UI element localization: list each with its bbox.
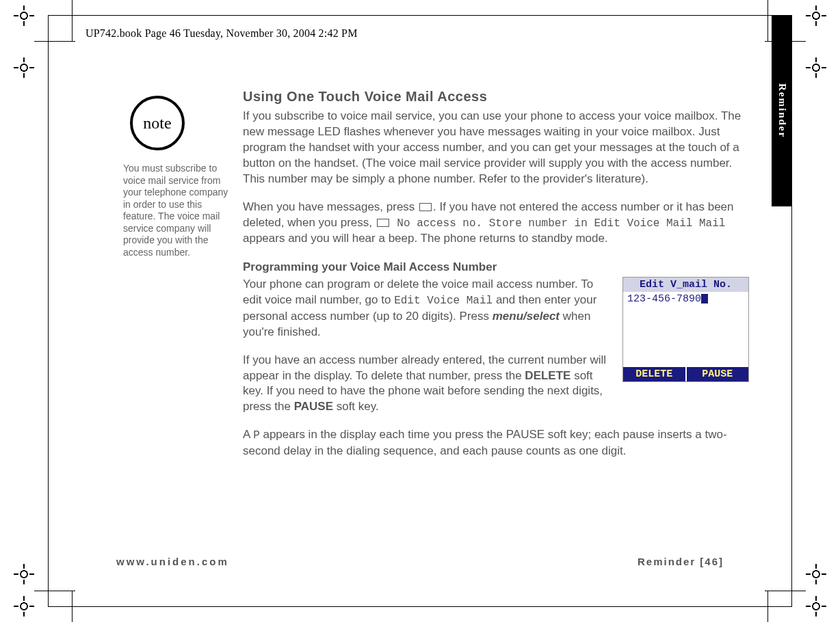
softkey-pause: PAUSE (685, 367, 749, 381)
crop-tick (34, 41, 75, 42)
crop-tick (765, 591, 806, 591)
section-tab-label: Reminder (776, 83, 788, 138)
text-run: appears and you will hear a beep. The ph… (243, 232, 608, 245)
note-text: You must subscribe to voice mail service… (123, 163, 229, 258)
crop-tick (34, 591, 75, 591)
softkey-name: DELETE (525, 369, 570, 382)
text-run: appears in the display each time you pre… (243, 428, 727, 457)
lcd-body: 123-456-7890 (623, 292, 748, 367)
cursor-icon (701, 294, 708, 303)
crop-line-bottom (48, 606, 792, 607)
crop-tick (767, 0, 768, 41)
registration-mark-icon (806, 596, 826, 617)
paragraph: If you subscribe to voice mail service, … (243, 109, 749, 187)
paragraph: A P appears in the display each time you… (243, 427, 749, 459)
main-content: Using One Touch Voice Mail Access If you… (243, 89, 749, 472)
note-sidebar: note You must subscribe to voice mail se… (123, 96, 229, 258)
registration-mark-icon (806, 564, 826, 584)
section-tab: Reminder (772, 15, 792, 206)
paragraph: Your phone can program or delete the voi… (243, 277, 610, 340)
display-text-code: P (253, 429, 260, 442)
registration-mark-icon (806, 57, 826, 78)
heading-2: Programming your Voice Mail Access Numbe… (243, 260, 749, 274)
lcd-number: 123-456-7890 (627, 293, 701, 305)
envelope-icon (419, 203, 432, 211)
lcd-softkeys: DELETE PAUSE (623, 367, 748, 381)
text-run: A (243, 428, 253, 441)
registration-mark-icon (14, 564, 34, 584)
softkey-name: PAUSE (294, 400, 333, 413)
registration-mark-icon (14, 57, 34, 78)
crop-tick (767, 591, 768, 622)
registration-mark-icon (14, 5, 34, 26)
text-run: When you have messages, press (243, 200, 418, 213)
registration-mark-icon (14, 596, 34, 617)
crop-line-left (48, 15, 49, 607)
display-text-code: Edit Voice Mail (394, 295, 493, 307)
note-badge-icon: note (130, 96, 185, 150)
lcd-mockup: Edit V_mail No. 123-456-7890 DELETE PAUS… (622, 277, 749, 382)
footer-url: www.uniden.com (116, 556, 229, 567)
footer-section-page: Reminder [46] (638, 556, 724, 567)
softkey-delete: DELETE (623, 367, 685, 381)
crop-tick (72, 0, 73, 41)
key-name: menu/select (493, 310, 560, 323)
paragraph: When you have messages, press . If you h… (243, 200, 749, 247)
crop-line-top (48, 15, 792, 16)
envelope-icon (377, 219, 389, 227)
display-text-code: No access no. Store number in Edit Voice… (391, 217, 726, 230)
row-text-and-lcd: Your phone can program or delete the voi… (243, 277, 749, 427)
page-footer: www.uniden.com Reminder [46] (116, 556, 724, 567)
text-run: soft key. (333, 400, 379, 413)
paragraph: If you have an access number already ent… (243, 353, 610, 416)
heading-1: Using One Touch Voice Mail Access (243, 89, 749, 105)
registration-mark-icon (806, 5, 826, 26)
crop-tick (72, 591, 73, 622)
lcd-title: Edit V_mail No. (623, 278, 748, 292)
running-head: UP742.book Page 46 Tuesday, November 30,… (86, 27, 358, 40)
